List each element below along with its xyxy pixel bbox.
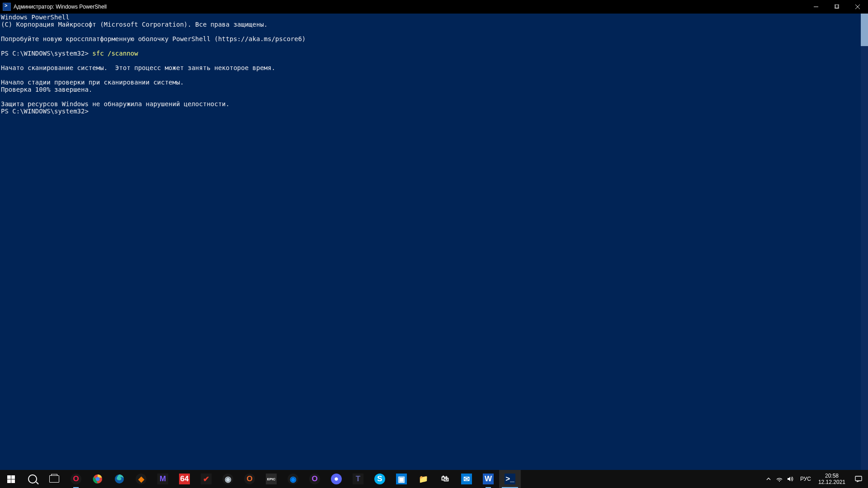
ccleaner-icon: ✔	[201, 474, 212, 484]
taskbar-right: РУС 20:58 12.12.2021	[762, 470, 868, 488]
opera-gx-icon: O	[71, 474, 81, 484]
taskbar-store-button[interactable]: 🛍	[434, 470, 456, 488]
wifi-icon[interactable]	[774, 470, 785, 488]
taskbar-taskview-button[interactable]	[43, 470, 65, 488]
taskbar-steam-button[interactable]: ◉	[217, 470, 239, 488]
prompt: PS C:\WINDOWS\system32>	[1, 50, 92, 57]
search-icon	[28, 474, 37, 483]
windows-logo-icon	[7, 475, 15, 483]
taskbar-skype-button[interactable]: S	[369, 470, 391, 488]
svg-point-9	[779, 481, 780, 482]
taskbar-proton-button[interactable]: M	[152, 470, 174, 488]
chrome-icon	[92, 474, 103, 484]
output-line: (C) Корпорация Майкрософт (Microsoft Cor…	[1, 21, 268, 28]
volume-icon[interactable]	[785, 470, 796, 488]
blender-icon: ◆	[136, 474, 146, 484]
taskbar-origin-button[interactable]: O	[239, 470, 260, 488]
proton-icon: M	[157, 474, 168, 484]
taskbar-apps: O◆M64✔◉OEPIC◉O●TS▣📁🛍✉W>_	[0, 470, 521, 488]
clock[interactable]: 20:58 12.12.2021	[815, 470, 849, 488]
clock-date: 12.12.2021	[818, 479, 845, 485]
operabeta-icon: O	[309, 474, 320, 484]
svg-rect-10	[855, 476, 862, 481]
window-title: Администратор: Windows PowerShell	[14, 4, 107, 10]
taskbar-ccleaner-button[interactable]: ✔	[195, 470, 217, 488]
origin-icon: O	[244, 474, 255, 484]
taskbar-word-button[interactable]: W	[477, 470, 499, 488]
taskbar-camera-button[interactable]: ▣	[391, 470, 412, 488]
taskbar-chrome-button[interactable]	[87, 470, 108, 488]
word-icon: W	[483, 474, 494, 484]
command: sfc /scannow	[92, 50, 138, 57]
explorer-icon: 📁	[418, 474, 429, 484]
taskbar-teams-button[interactable]: T	[347, 470, 369, 488]
discord-icon: ●	[331, 474, 342, 484]
taskbar-powershell-button[interactable]: >_	[499, 470, 521, 488]
output-line: Начало стадии проверки при сканировании …	[1, 79, 184, 86]
skype-icon: S	[374, 474, 385, 484]
output-line: Начато сканирование системы. Этот процес…	[1, 64, 275, 71]
powershell-icon	[3, 3, 11, 11]
output-line: Попробуйте новую кроссплатформенную обол…	[1, 35, 306, 42]
system-tray	[762, 470, 797, 488]
taskbar-aida64-button[interactable]: 64	[174, 470, 195, 488]
teams-icon: T	[353, 474, 363, 484]
taskbar-operabeta-button[interactable]: O	[304, 470, 326, 488]
camera-icon: ▣	[396, 474, 407, 484]
output-line: Проверка 100% завершена.	[1, 86, 92, 93]
minimize-button[interactable]	[806, 0, 826, 14]
maximize-button[interactable]	[826, 0, 847, 14]
powershell-window: Администратор: Windows PowerShell Window…	[0, 0, 868, 470]
taskbar-explorer-button[interactable]: 📁	[412, 470, 434, 488]
ubisoft-icon: ◉	[288, 474, 298, 484]
svg-rect-1	[835, 5, 838, 8]
taskbar-ubisoft-button[interactable]: ◉	[282, 470, 304, 488]
scrollbar-thumb[interactable]	[861, 14, 868, 46]
taskbar-epic-button[interactable]: EPIC	[260, 470, 282, 488]
output-line: Защита ресурсов Windows не обнаружила на…	[1, 100, 230, 108]
edge-icon	[114, 474, 125, 484]
tray-overflow-icon[interactable]	[763, 470, 774, 488]
taskview-icon	[49, 475, 59, 483]
steam-icon: ◉	[222, 474, 233, 484]
scrollbar[interactable]	[861, 14, 868, 470]
clock-time: 20:58	[818, 473, 845, 479]
output-line: Windows PowerShell	[1, 14, 70, 21]
language-indicator[interactable]: РУС	[797, 470, 815, 488]
taskbar-opera-gx-button[interactable]: O	[65, 470, 87, 488]
prompt: PS C:\WINDOWS\system32>	[1, 108, 89, 115]
store-icon: 🛍	[439, 474, 450, 484]
powershell-icon: >_	[505, 474, 515, 484]
taskbar-mail-button[interactable]: ✉	[456, 470, 477, 488]
epic-icon: EPIC	[266, 474, 277, 484]
taskbar-discord-button[interactable]: ●	[326, 470, 347, 488]
action-center-icon[interactable]	[849, 470, 868, 488]
terminal-output[interactable]: Windows PowerShell (C) Корпорация Майкро…	[0, 14, 868, 470]
taskbar-edge-button[interactable]	[108, 470, 130, 488]
terminal-area[interactable]: Windows PowerShell (C) Корпорация Майкро…	[0, 14, 868, 470]
mail-icon: ✉	[461, 474, 472, 484]
titlebar[interactable]: Администратор: Windows PowerShell	[0, 0, 868, 14]
close-button[interactable]	[847, 0, 868, 14]
taskbar: O◆M64✔◉OEPIC◉O●TS▣📁🛍✉W>_ РУС 20:58 12.12…	[0, 470, 868, 488]
aida64-icon: 64	[179, 474, 190, 484]
taskbar-blender-button[interactable]: ◆	[130, 470, 152, 488]
taskbar-start-button[interactable]	[0, 470, 22, 488]
taskbar-search-button[interactable]	[22, 470, 43, 488]
svg-rect-2	[835, 5, 839, 8]
